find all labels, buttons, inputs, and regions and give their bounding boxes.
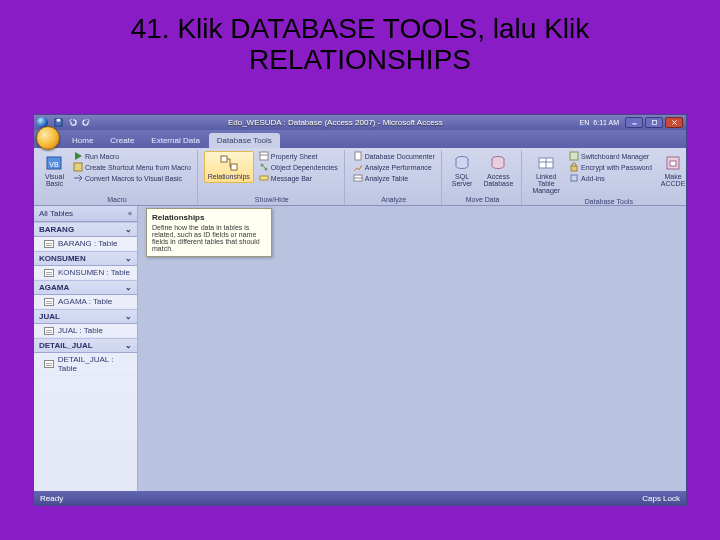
tab-create[interactable]: Create	[102, 133, 142, 148]
sql-server-button[interactable]: SQL Server	[448, 151, 477, 190]
svg-rect-9	[260, 152, 268, 160]
nav-category[interactable]: DETAIL_JUAL⌄	[34, 338, 137, 353]
nav-item-label: BARANG : Table	[58, 239, 117, 248]
property-sheet-button[interactable]: Property Sheet	[257, 151, 340, 161]
analyze-table-label: Analyze Table	[365, 175, 408, 182]
analyze-perf-label: Analyze Performance	[365, 164, 432, 171]
tab-home[interactable]: Home	[64, 133, 101, 148]
nav-item[interactable]: BARANG : Table	[34, 237, 137, 251]
nav-item[interactable]: KONSUMEN : Table	[34, 266, 137, 280]
make-accde-button[interactable]: Make ACCDE	[657, 151, 690, 190]
addins-icon	[569, 173, 579, 183]
chevron-up-icon: ⌄	[125, 225, 132, 234]
create-shortcut-button[interactable]: Create Shortcut Menu from Macro	[71, 162, 193, 172]
analyze-table-button[interactable]: Analyze Table	[351, 173, 437, 183]
close-button[interactable]	[665, 117, 683, 128]
office-button[interactable]	[36, 126, 60, 150]
nav-category[interactable]: AGAMA⌄	[34, 280, 137, 295]
ribbon-tabs: Home Create External Data Database Tools	[34, 130, 686, 148]
svg-rect-3	[652, 120, 656, 124]
property-sheet-icon	[259, 151, 269, 161]
nav-category[interactable]: JUAL⌄	[34, 309, 137, 324]
message-bar-button[interactable]: Message Bar	[257, 173, 340, 183]
svg-rect-15	[355, 152, 361, 160]
visual-basic-button[interactable]: VB Visual Basic	[41, 151, 68, 190]
linked-table-icon	[537, 154, 555, 172]
qat-undo-icon[interactable]	[68, 118, 77, 127]
access-db-icon	[489, 154, 507, 172]
ribbon: VB Visual Basic Run Macro Create Shortcu…	[34, 148, 686, 206]
encrypt-button[interactable]: Encrypt with Password	[567, 162, 654, 172]
shortcut-label: Create Shortcut Menu from Macro	[85, 164, 191, 171]
tab-external-data[interactable]: External Data	[143, 133, 207, 148]
maximize-button[interactable]	[645, 117, 663, 128]
dependencies-icon	[259, 162, 269, 172]
relationships-icon	[220, 154, 238, 172]
nav-item-label: DETAIL_JUAL : Table	[58, 355, 133, 373]
svg-rect-24	[571, 166, 577, 171]
object-deps-button[interactable]: Object Dependencies	[257, 162, 340, 172]
group-show-hide-label: Show/Hide	[255, 195, 289, 205]
group-analyze-label: Analyze	[381, 195, 406, 205]
nav-header-label: All Tables	[39, 209, 73, 218]
sql-server-label: SQL Server	[452, 173, 473, 187]
tooltip-title: Relationships	[152, 213, 266, 222]
tooltip-body: Define how the data in tables is related…	[152, 224, 266, 252]
relationships-button[interactable]: Relationships	[204, 151, 254, 183]
nav-item-label: KONSUMEN : Table	[58, 268, 130, 277]
minimize-button[interactable]	[625, 117, 643, 128]
addins-button[interactable]: Add-ins	[567, 173, 654, 183]
tab-database-tools[interactable]: Database Tools	[209, 133, 280, 148]
documenter-label: Database Documenter	[365, 153, 435, 160]
canvas[interactable]: Relationships Define how the data in tab…	[138, 206, 686, 491]
linked-table-button[interactable]: Linked Table Manager	[528, 151, 564, 197]
status-bar: Ready Caps Lock	[34, 491, 686, 505]
chevron-left-icon: «	[128, 210, 132, 217]
addins-label: Add-ins	[581, 175, 605, 182]
nav-item[interactable]: DETAIL_JUAL : Table	[34, 353, 137, 376]
access-window: Edo_WESUDA : Database (Access 2007) - Mi…	[33, 114, 687, 506]
tray-lang[interactable]: EN	[580, 119, 590, 126]
group-macro-label: Macro	[107, 195, 126, 205]
switchboard-button[interactable]: Switchboard Manager	[567, 151, 654, 161]
run-macro-button[interactable]: Run Macro	[71, 151, 193, 161]
group-move-data: SQL Server Access Database Move Data	[444, 150, 523, 205]
nav-item[interactable]: JUAL : Table	[34, 324, 137, 338]
nav-item-label: AGAMA : Table	[58, 297, 112, 306]
table-icon	[44, 298, 54, 306]
svg-text:VB: VB	[50, 161, 60, 168]
svg-rect-23	[570, 152, 578, 160]
analyze-perf-button[interactable]: Analyze Performance	[351, 162, 437, 172]
tray: EN 6:11 AM	[580, 119, 619, 126]
qat-redo-icon[interactable]	[82, 118, 91, 127]
linked-table-label: Linked Table Manager	[532, 173, 560, 194]
qat-save-icon[interactable]	[54, 118, 63, 127]
switchboard-icon	[569, 151, 579, 161]
convert-icon	[73, 173, 83, 183]
encrypt-label: Encrypt with Password	[581, 164, 652, 171]
nav-category[interactable]: KONSUMEN⌄	[34, 251, 137, 266]
group-db-tools: Linked Table Manager Switchboard Manager…	[524, 150, 693, 205]
status-left: Ready	[40, 494, 63, 503]
nav-item[interactable]: AGAMA : Table	[34, 295, 137, 309]
visual-basic-label: Visual Basic	[45, 173, 64, 187]
documenter-icon	[353, 151, 363, 161]
lock-icon	[569, 162, 579, 172]
svg-rect-6	[74, 163, 82, 171]
property-sheet-label: Property Sheet	[271, 153, 318, 160]
chevron-up-icon: ⌄	[125, 341, 132, 350]
accde-icon	[664, 154, 682, 172]
svg-rect-8	[231, 164, 237, 170]
message-bar-label: Message Bar	[271, 175, 312, 182]
db-documenter-button[interactable]: Database Documenter	[351, 151, 437, 161]
svg-rect-25	[571, 175, 577, 181]
access-db-button[interactable]: Access Database	[479, 151, 517, 190]
nav-header[interactable]: All Tables «	[34, 206, 137, 222]
access-db-label: Access Database	[483, 173, 513, 187]
accde-label: Make ACCDE	[661, 173, 686, 187]
convert-macros-button[interactable]: Convert Macros to Visual Basic	[71, 173, 193, 183]
nav-category[interactable]: BARANG⌄	[34, 222, 137, 237]
slide-title: 41. Klik DATABASE TOOLS, lalu Klik RELAT…	[0, 0, 720, 78]
svg-rect-7	[221, 156, 227, 162]
chevron-up-icon: ⌄	[125, 312, 132, 321]
